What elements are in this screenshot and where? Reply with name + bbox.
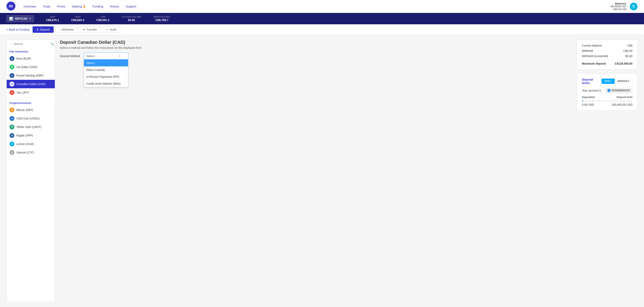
deposit-method-dropdown[interactable]: Select... ▼ Select... Etana Custody In-P… [84, 53, 128, 60]
dropdown-option-etana[interactable]: Etana Custody [84, 66, 128, 73]
nav-item-prices[interactable]: Prices [57, 4, 65, 9]
header-right: Balances: B0.00000 XBT C$0.00 CAD C [611, 2, 638, 11]
limits-progress-fill [582, 100, 583, 101]
deposit-method-menu: Select... Etana Custody In-Person Paymen… [84, 60, 128, 87]
gbp-icon: £ [10, 73, 14, 78]
ticker-high-label: High [75, 16, 80, 18]
sidebar-item-xbt[interactable]: ₿ Bitcoin (XBT) [7, 106, 55, 114]
nav-item-trade[interactable]: Trade [43, 4, 50, 9]
ticker-low-value: C$9,591.3 [96, 19, 110, 22]
xbt-label: Bitcoin (XBT) [16, 108, 33, 112]
chart-icon: 📊 [9, 17, 13, 21]
ticker-bar: 📊 XBT/CAD ▼ Last C$9,670.1 High C$9,825.… [0, 13, 644, 24]
ltc-label: Litecoin (LTC) [16, 151, 34, 154]
cad-icon: C$ [10, 82, 14, 87]
sidebar-item-usd[interactable]: $ US Dollar (USD) [7, 63, 55, 71]
limits-tab-daily[interactable]: DAILY [602, 79, 615, 84]
deposited-value: 0.00 USD [582, 103, 594, 106]
nav-item-overview[interactable]: Overview [24, 4, 36, 9]
nav-item-support[interactable]: Support [126, 4, 136, 9]
limits-header: Deposit limits DAILY MONTHLY [582, 78, 632, 85]
ticker-wavg-label: Weighted Avg [153, 16, 170, 18]
ticker-low: Low C$9,591.3 [96, 16, 110, 22]
ticker-last: Last C$9,670.1 [46, 16, 59, 22]
deposit-area: Deposit Canadian Dollar (CAD) Select a m… [60, 40, 572, 302]
max-deposit-row: Maximum deposit C$129,000.00 [582, 62, 632, 65]
svg-text:m: m [9, 4, 13, 9]
fiat-section-title: Fiat currencies [7, 48, 55, 54]
limits-tabs: DAILY MONTHLY [602, 79, 632, 84]
limit-col-label: Deposit limit [617, 96, 632, 99]
sub-nav: < Back to Funding ⬇ Deposit ↑ Withdraw ⇄… [0, 24, 644, 35]
transfer-button[interactable]: ⇄ Transfer [79, 26, 101, 33]
xrp-icon: ✕ [10, 133, 14, 138]
back-to-funding-link[interactable]: < Back to Funding [6, 28, 29, 31]
deposit-button[interactable]: ⬇ Deposit [32, 26, 54, 33]
search-icon[interactable]: 🔍 [50, 42, 54, 46]
sidebar-item-ltc[interactable]: Ł Litecoin (LTC) [7, 148, 55, 157]
limits-tab-monthly[interactable]: MONTHLY [615, 79, 632, 84]
avatar[interactable]: C [630, 3, 638, 10]
currency-sidebar: ☆ 🔍 Fiat currencies € Euro (EUR) $ US Do… [6, 40, 55, 302]
gbp-label: Pound Sterling (GBP) [16, 74, 44, 77]
dropdown-option-ipp[interactable]: In-Person Payments (IPP) [84, 73, 128, 80]
logo[interactable]: m [6, 2, 16, 11]
max-deposit-label: Maximum deposit [582, 62, 606, 65]
account-level-label: INTERMEDIATE [612, 89, 630, 92]
deposit-method-label: Deposit Method: [60, 55, 80, 58]
ticker-volume-label: 24 Hour Volume [122, 16, 141, 18]
balance-card: Current balance C$0 Withheld C$0.00 With… [577, 40, 638, 70]
usdt-label: Tether USD (USDT) [16, 125, 42, 129]
dropdown-option-cua[interactable]: Credit Union Atlantic (Wire) [84, 80, 128, 87]
cad-label: Canadian Dollar (CAD) [16, 82, 45, 86]
usd-icon: $ [10, 65, 14, 70]
intermediate-icon [608, 89, 610, 92]
sidebar-item-xlm[interactable]: ✦ Lumen (XLM) [7, 140, 55, 148]
account-level-badge: INTERMEDIATE [605, 88, 632, 93]
crypto-section-title: Cryptocurrencies [7, 99, 55, 106]
dropdown-option-select[interactable]: Select... [84, 60, 128, 66]
balances-label: Balances: [611, 2, 626, 5]
nav-item-history[interactable]: History [110, 4, 119, 9]
ticker-pair-selector[interactable]: 📊 XBT/CAD ▼ [6, 16, 34, 22]
sidebar-item-xrp[interactable]: ✕ Ripple (XRP) [7, 131, 55, 140]
sidebar-item-eur[interactable]: € Euro (EUR) [7, 54, 55, 63]
current-balance-row: Current balance C$0 [582, 44, 632, 47]
star-icon[interactable]: ☆ [9, 42, 12, 46]
sidebar-item-gbp[interactable]: £ Pound Sterling (GBP) [7, 71, 55, 80]
ticker-wavg-value: C$9,708.7 [156, 19, 168, 22]
withdraw-button[interactable]: ↑ Withdraw [55, 26, 77, 33]
withheld-converted-row: Withheld (converted) $0.00 [582, 55, 632, 58]
deposit-method-trigger[interactable]: Select... ▼ [84, 53, 128, 60]
usd-label: US Dollar (USD) [16, 65, 37, 69]
deposit-form-section: Deposit Canadian Dollar (CAD) Select a m… [60, 40, 572, 60]
sidebar-item-usdc[interactable]: ⊙ USD Coin (USDC) [7, 114, 55, 123]
xrp-label: Ripple (XRP) [16, 134, 33, 137]
balance-divider [582, 60, 632, 60]
eur-label: Euro (EUR) [16, 57, 31, 60]
ticker-volume: 24 Hour Volume 30.50 [122, 16, 141, 22]
nav-item-staking[interactable]: Staking 🔥 [72, 4, 86, 9]
balances-section: Balances: B0.00000 XBT C$0.00 CAD [611, 2, 626, 11]
sidebar-item-cad[interactable]: C$ Canadian Dollar (CAD) [7, 80, 55, 88]
sidebar-item-jpy[interactable]: ¥ Yen (JPY) [7, 88, 55, 97]
limits-col-headers: Deposited Deposit limit [582, 96, 632, 99]
main-nav: Overview Trade Prices Staking 🔥 Funding … [24, 4, 611, 9]
withheld-value: C$0.00 [623, 49, 632, 53]
balance-cad: C$0.00 CAD [611, 8, 626, 11]
dropdown-selected-value: Select... [86, 55, 97, 58]
upload-icon: ↑ [59, 28, 60, 31]
btc-icon: ₿ [10, 108, 14, 112]
download-icon: ⬇ [36, 28, 39, 31]
audit-button[interactable]: ✓ Audit [102, 26, 120, 33]
sidebar-item-usdt[interactable]: ₮ Tether USD (USDT) [7, 123, 55, 131]
ticker-high: High C$9,825.3 [71, 16, 84, 22]
nav-item-funding[interactable]: Funding [92, 4, 103, 9]
search-bar: ☆ 🔍 [7, 40, 55, 48]
ltc-icon: Ł [10, 150, 14, 155]
chevron-down-icon: ▼ [29, 18, 31, 20]
usdt-icon: ₮ [10, 125, 14, 129]
usdc-label: USD Coin (USDC) [16, 117, 40, 120]
account-label: Your account is [582, 89, 601, 92]
search-input[interactable] [14, 42, 49, 46]
